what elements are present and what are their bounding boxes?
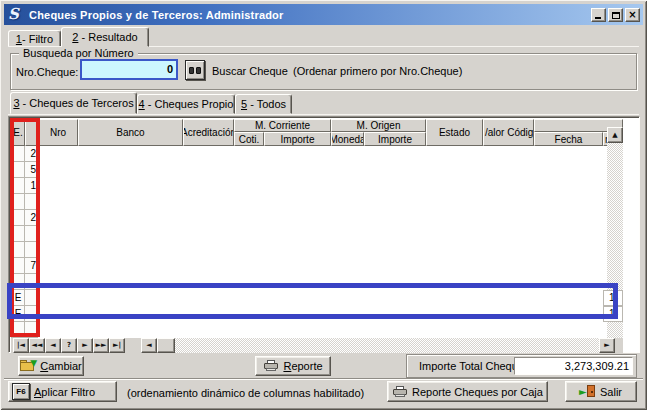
cell-estado-flag [11,178,25,194]
cell-estado-flag [11,322,25,338]
tab-cheques-propio[interactable]: 4 - Cheques Propio [137,94,235,114]
nav-button-4[interactable]: ► [77,338,93,353]
col-header-blank[interactable] [25,119,38,146]
window-title: Cheques Propios y de Terceros: Administr… [29,9,284,21]
col-header-banco[interactable]: Banco [78,119,183,146]
table-row[interactable]: 2 [11,146,38,162]
cell-estado-flag [11,194,25,210]
scroll-right-button[interactable]: ► [599,338,615,353]
col-header-importe-origen[interactable]: Importe [364,132,426,146]
table-row[interactable]: 7 [11,258,38,274]
cell-estado-flag [11,162,25,178]
cell-tran: 1- [603,306,623,322]
table-row[interactable]: 2 [11,210,38,226]
minimize-button[interactable] [591,8,606,22]
tab-resultado[interactable]: 2 - Resultado [61,27,149,47]
printer-icon [263,360,279,372]
maximize-button[interactable] [608,8,623,22]
cell-estado-flag [11,210,25,226]
grid-body: E. Nro Banco Acreditación M. Corriente C… [11,119,637,350]
buscar-cheque-button[interactable]: Buscar Cheque [212,65,288,77]
nav-button-3[interactable]: ? [61,338,77,353]
maximize-icon [612,12,620,19]
cell-nro-fragment [25,274,38,290]
close-button[interactable]: × [625,8,640,22]
cell-nro-fragment [25,322,38,338]
aplicar-filtro-button[interactable]: F6 Aplicar Filtro [8,381,117,402]
printer-icon [392,386,408,398]
group-header-m-origen: M. Origen [331,119,426,132]
col-header-coti[interactable]: Coti. [234,132,264,146]
nav-button-6[interactable]: ►| [109,338,125,353]
horizontal-scrollbar[interactable] [141,338,599,353]
table-row[interactable]: 1 [11,178,38,194]
horizontal-scroll-thumb[interactable] [157,338,175,353]
nav-button-5[interactable]: ►► [93,338,109,353]
close-icon: × [628,9,636,20]
scroll-up-button[interactable]: ▲ [607,127,623,143]
cell-nro-fragment [25,290,38,306]
folder-change-icon: ▼ [20,360,36,372]
tab-todos-label: 5 - Todos [241,98,286,110]
col-header-estado[interactable]: Estado [426,119,483,146]
minimize-icon [595,17,601,19]
col-header-importe-corriente[interactable]: Importe [264,132,331,146]
salir-label: Salir [600,386,622,398]
nav-button-0[interactable]: |◄ [13,338,29,353]
cell-estado-flag [11,146,25,162]
nro-cheque-label: Nro.Cheque: [16,66,78,78]
cell-nro-fragment: 2 [25,210,38,226]
scroll-left-button[interactable]: ◄ [141,338,157,353]
nav-button-2[interactable]: ◄ [45,338,61,353]
table-row[interactable] [11,194,38,210]
cheques-grid: E. Nro Banco Acreditación M. Corriente C… [8,116,640,353]
cell-nro-fragment [25,242,38,258]
group-header-m-corriente: M. Corriente [234,119,331,132]
arrow-left-icon: ◄ [146,341,151,349]
cell-estado-flag [11,258,25,274]
arrow-up-icon: ▲ [612,131,617,139]
reporte-label: Reporte [283,360,322,372]
binoculars-icon [189,67,201,74]
arrow-right-icon: ► [604,341,609,349]
total-panel: Importe Total Cheques: 3,273,309.21 [406,354,637,378]
cell-estado-flag: E [11,290,25,306]
grid-rows: 25127EE [11,146,38,338]
reporte-button[interactable]: Reporte [255,356,331,376]
cell-nro-fragment: 2 [25,146,38,162]
cell-nro-fragment: 5 [25,162,38,178]
table-row[interactable] [11,322,38,338]
table-row[interactable] [11,274,38,290]
tab-cheques-terceros[interactable]: 3 - Cheques de Terceros [10,92,137,114]
nro-cheque-input[interactable]: 0 [80,59,178,80]
app-icon: S [8,7,24,22]
table-row[interactable] [11,226,38,242]
col-header-e[interactable]: E. [11,119,25,146]
cambiar-label: Cambiar [40,360,82,372]
col-header-moneda[interactable]: Moneda [331,132,364,146]
table-row[interactable]: E [11,306,38,322]
cell-nro-fragment [25,194,38,210]
col-header-valor-codigo[interactable]: /alor Código [483,119,534,146]
table-row[interactable]: E [11,290,38,306]
aplicar-filtro-label: Aplicar Filtro [34,386,95,398]
col-header-acreditacion[interactable]: Acreditación [183,119,234,146]
exit-door-icon: ► [580,385,596,398]
salir-button[interactable]: ► Salir [565,381,637,402]
table-row[interactable] [11,242,38,258]
col-header-nro[interactable]: Nro [38,119,78,146]
cambiar-button[interactable]: ▼ Cambiar [18,356,84,376]
buscar-cheque-key-icon[interactable] [185,60,205,80]
nav-button-1[interactable]: ◄◄ [29,338,45,353]
tab-cheques-terceros-label: 3 - Cheques de Terceros [13,97,133,109]
grid-nav-row: |◄◄◄◄?►►►►| ◄ ► [11,338,623,354]
tab-filtro[interactable]: 1- Filtro [8,30,61,47]
tab-todos[interactable]: 5 - Todos [235,94,292,114]
cell-estado-flag [11,274,25,290]
search-legend: Busqueda por Número [19,47,138,59]
col-header-fecha[interactable]: Fecha [534,132,603,146]
reporte-cheques-por-caja-button[interactable]: Reporte Cheques por Caja [387,381,548,402]
title-bar: S Cheques Propios y de Terceros: Adminis… [4,4,643,25]
reporte-cheques-por-caja-label: Reporte Cheques por Caja [412,386,543,398]
table-row[interactable]: 5 [11,162,38,178]
